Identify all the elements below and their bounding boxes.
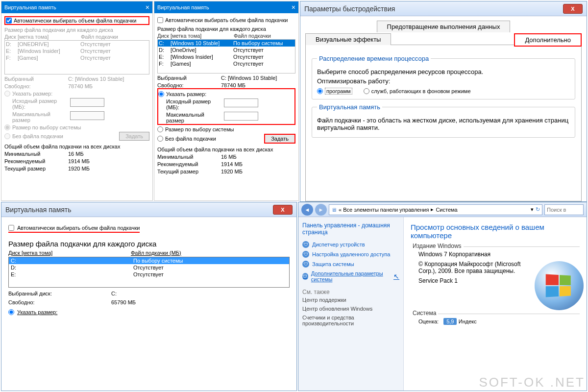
toolbar: ◄ ► 🖥 « Все элементы панели управления ▸… [298, 202, 587, 217]
breadcrumb[interactable]: « Все элементы панели управления [339, 207, 429, 213]
search-input[interactable] [544, 204, 584, 215]
system-legend: Система [411, 310, 438, 317]
radio-custom[interactable]: Указать размер: [158, 91, 294, 97]
watermark: SOFT-OK .NET [479, 375, 585, 390]
cp-home-link[interactable]: Панель управления - домашняя страница [302, 222, 399, 236]
device-manager-link[interactable]: 🛡Диспетчер устройств [302, 240, 399, 249]
advanced-settings-link[interactable]: 🛡Дополнительные параметры системы↖ [302, 269, 399, 284]
max-label: Максимальный размер [4, 111, 68, 123]
close-button[interactable]: X [563, 4, 583, 14]
shield-icon: 🛡 [302, 273, 308, 280]
title: Виртуальная память [5, 206, 72, 214]
auto-checkbox-label: Автоматически выбирать объем файла подка… [14, 18, 136, 24]
radio-programs[interactable]: программ [317, 88, 352, 95]
vm-text: Файл подкачки - это область на жестком д… [317, 117, 570, 131]
forward-button[interactable]: ► [315, 204, 327, 216]
list-row: E:[Windows Insider]Отсутствует [5, 48, 149, 54]
list-row: D:Отсутствует [9, 264, 289, 271]
shield-icon: 🛡 [302, 251, 309, 258]
close-button[interactable]: X [273, 205, 293, 215]
min-value: 16 МБ [68, 151, 84, 157]
shield-icon: 🛡 [302, 261, 309, 268]
rec-label: Рекомендуемый [157, 161, 221, 167]
sched-text: Выберите способ распределения ресурсов п… [317, 68, 570, 75]
cursor-icon: ↖ [393, 272, 399, 280]
radio-custom[interactable]: Указать размер: [8, 309, 290, 315]
drive-list[interactable]: C:[Windows 10 Stable]По выбору системы D… [157, 39, 295, 74]
selected-label: Выбранный [157, 75, 221, 81]
group-title: Размер файла подкачки для каждого диска [157, 26, 295, 32]
titlebar: Параметры быстродействия X [300, 1, 587, 16]
radio-system[interactable]: Размер по выбору системы [157, 126, 295, 132]
radio-none[interactable]: Без файла подкачки [157, 136, 216, 142]
cur-value: 1920 МБ [221, 169, 243, 174]
breadcrumb-current[interactable]: Система [436, 207, 457, 213]
chevron-right-icon: ▸ [431, 206, 434, 213]
refresh-icon[interactable]: ↻ [536, 206, 540, 213]
back-button[interactable]: ◄ [301, 204, 313, 216]
selected-label: Выбранный [4, 76, 68, 82]
max-input [70, 111, 104, 120]
selected-label: Выбранный диск: [8, 291, 111, 296]
edition-legend: Издание Windows [411, 243, 464, 249]
address-bar[interactable]: 🖥 « Все элементы панели управления ▸ Сис… [329, 204, 542, 215]
max-input[interactable] [224, 112, 258, 121]
free-value: 78740 МБ [221, 82, 295, 88]
free-label: Свободно: [8, 299, 111, 305]
selected-value: C: [111, 291, 290, 296]
set-button[interactable]: Задать [264, 134, 295, 144]
cur-label: Текущий размер [157, 169, 221, 174]
rec-label: Рекомендуемый [4, 158, 68, 164]
col-disk: Диск [метка тома] [8, 250, 131, 256]
remote-settings-link[interactable]: 🛡Настройка удаленного доступа [302, 249, 399, 259]
selected-value: C: [Windows 10 Stable] [68, 76, 149, 82]
support-center-link[interactable]: Центр поддержки [302, 295, 399, 304]
rec-value: 1914 МБ [221, 161, 243, 167]
performance-options-dialog: Параметры быстродействия X Предотвращени… [300, 1, 587, 202]
drive-list[interactable]: C:По выбору системы D:Отсутствует E:Отсу… [8, 257, 290, 288]
selected-value: C: [Windows 10 Stable] [221, 75, 295, 81]
list-row: E:[Windows Insider]Отсутствует [158, 53, 295, 60]
total-title: Общий объем файла подкачки на всех диска… [157, 147, 295, 152]
side-panel: Панель управления - домашняя страница 🛡Д… [298, 217, 404, 391]
free-value: 65790 МБ [111, 299, 290, 305]
auto-checkbox-input[interactable] [8, 225, 14, 231]
titlebar: Виртуальная память × [1, 1, 152, 13]
tab-advanced[interactable]: Дополнительно [514, 33, 582, 47]
list-row: F:[Games]Отсутствует [5, 54, 149, 61]
windows-update-link[interactable]: Центр обновления Windows [302, 304, 399, 313]
initial-label: Исходный размер (МБ): [4, 98, 68, 110]
list-row: F:[Games]Отсутствует [158, 60, 295, 67]
auto-checkbox-label: Автоматически выбирать объем файла подка… [165, 17, 288, 23]
close-icon[interactable]: × [292, 3, 295, 11]
radio-system: Размер по выбору системы [4, 124, 149, 130]
rating-sub: Индекс [459, 318, 477, 324]
col-disk: Диск [метка тома] [157, 33, 234, 39]
auto-manage-checkbox[interactable]: Автоматически выбирать объем файла подка… [8, 225, 140, 233]
perf-tools-link[interactable]: Счетчики и средства производительности [302, 313, 399, 328]
system-control-panel: ◄ ► 🖥 « Все элементы панели управления ▸… [298, 202, 587, 391]
tab-visual-effects[interactable]: Визуальные эффекты [305, 33, 391, 45]
drive-list[interactable]: D:[ONEDRIVE]Отсутствует E:[Windows Insid… [4, 40, 149, 74]
rec-value: 1914 МБ [68, 158, 90, 164]
dropdown-icon[interactable]: ▾ [531, 206, 534, 213]
title: Виртуальная память [157, 4, 209, 10]
min-label: Минимальный [157, 154, 221, 160]
title: Параметры быстродействия [304, 5, 395, 13]
see-also: См. также [302, 289, 399, 295]
tab-body: Распределение времени процессора Выберит… [305, 45, 582, 201]
auto-manage-checkbox[interactable]: Автоматически выбирать объем файла подка… [157, 16, 295, 24]
radio-background[interactable]: служб, работающих в фоновом режиме [364, 88, 471, 94]
initial-input[interactable] [224, 98, 258, 107]
auto-checkbox-label: Автоматически выбирать объем файла подка… [17, 225, 140, 231]
col-file: Файл подкачки [234, 33, 295, 39]
auto-checkbox-input[interactable] [6, 18, 12, 24]
auto-manage-checkbox[interactable]: Автоматически выбирать объем файла подка… [4, 16, 149, 25]
auto-checkbox-input[interactable] [157, 17, 163, 23]
radio-custom: Указать размер: [4, 91, 149, 97]
system-protection-link[interactable]: 🛡Защита системы [302, 259, 399, 269]
list-row: C:По выбору системы [9, 257, 289, 264]
close-icon[interactable]: × [146, 3, 149, 11]
shield-icon: 🛡 [302, 241, 309, 248]
tab-dep[interactable]: Предотвращение выполнения данных [377, 21, 511, 32]
